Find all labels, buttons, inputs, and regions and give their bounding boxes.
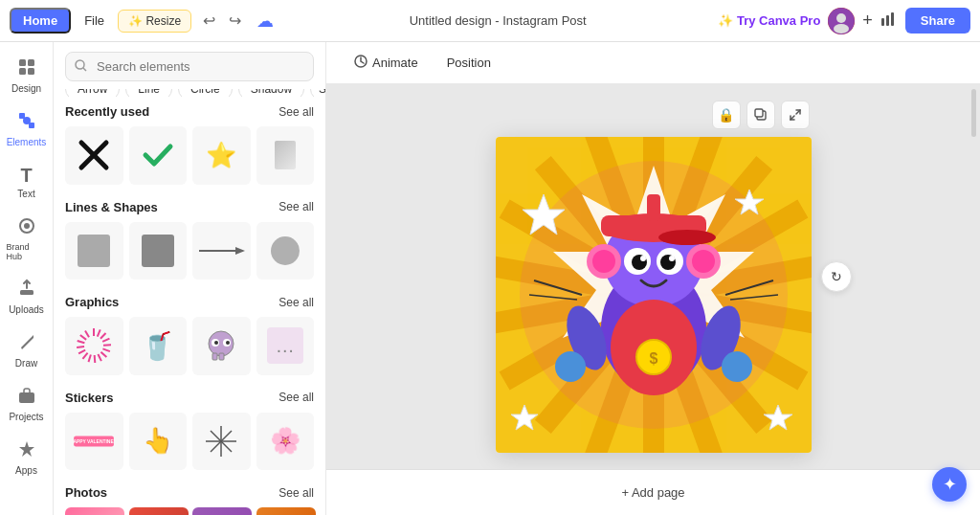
photo-4[interactable] <box>256 507 316 515</box>
stickers-see-all[interactable]: See all <box>278 391 314 404</box>
svg-point-14 <box>24 223 30 229</box>
svg-rect-7 <box>28 59 34 66</box>
resize-button[interactable]: ✨ Resize <box>118 10 191 33</box>
uploads-label: Uploads <box>9 304 44 315</box>
sidebar-item-text[interactable]: T Text <box>3 157 51 207</box>
add-profile-button[interactable]: + <box>862 11 873 31</box>
elements-label: Elements <box>7 137 47 147</box>
lines-shapes-title: Lines & Shapes <box>65 200 158 214</box>
photo-1[interactable] <box>65 507 124 515</box>
svg-point-88 <box>592 250 615 273</box>
recently-used-title: Recently used <box>65 104 149 119</box>
recently-item-check[interactable] <box>129 126 188 185</box>
svg-point-18 <box>76 60 84 69</box>
shape-square-2[interactable] <box>129 222 188 280</box>
search-input[interactable] <box>65 52 314 81</box>
graphic-sunburst[interactable] <box>65 317 123 375</box>
shape-circle[interactable] <box>256 222 315 280</box>
svg-point-1 <box>836 13 846 23</box>
projects-icon <box>17 386 36 410</box>
svg-point-94 <box>722 351 752 382</box>
chip-circle[interactable]: Circle <box>178 89 233 97</box>
photo-2[interactable] <box>129 507 189 515</box>
sidebar-item-design[interactable]: Design <box>3 50 51 101</box>
photos-header: Photos See all <box>65 485 314 500</box>
scroll-indicator <box>971 89 976 137</box>
undo-button[interactable]: ↩ <box>197 8 221 34</box>
canvas-expand-button[interactable] <box>781 101 810 129</box>
sticker-hand[interactable]: 👆 <box>129 413 188 471</box>
draw-icon <box>17 332 36 356</box>
graphic-more[interactable]: … <box>256 317 315 375</box>
avatar[interactable] <box>828 8 855 34</box>
sidebar-item-uploads[interactable]: Uploads <box>3 271 51 323</box>
position-button[interactable]: Position <box>437 50 501 76</box>
photos-section: Photos See all <box>54 478 325 515</box>
svg-rect-4 <box>886 15 889 26</box>
svg-rect-3 <box>881 18 884 26</box>
canvas-lock-button[interactable]: 🔒 <box>712 101 741 129</box>
apps-label: Apps <box>15 465 37 476</box>
svg-line-29 <box>103 349 111 352</box>
sidebar-item-draw[interactable]: Draw <box>3 325 51 376</box>
helper-button[interactable]: ✦ <box>932 467 967 502</box>
redo-button[interactable]: ↪ <box>223 8 247 34</box>
lines-shapes-see-all[interactable]: See all <box>278 200 314 213</box>
content-area: Animate Position 🔒 <box>326 42 980 515</box>
sidebar-item-elements[interactable]: Elements <box>3 103 51 155</box>
svg-point-46 <box>226 341 230 345</box>
shape-line-arrow[interactable] <box>192 222 251 280</box>
recently-used-see-all[interactable]: See all <box>278 105 314 119</box>
recently-item-star[interactable]: ⭐ <box>192 126 251 185</box>
recently-used-grid: ⭐ <box>65 126 314 185</box>
graphics-see-all[interactable]: See all <box>278 296 314 309</box>
recently-item-rect[interactable] <box>256 126 315 185</box>
canvas-copy-button[interactable] <box>746 101 775 129</box>
svg-line-35 <box>78 350 85 354</box>
photos-title: Photos <box>65 485 107 500</box>
chip-shadow[interactable]: Shadow <box>238 89 304 97</box>
graphic-cola[interactable]: 🥤 <box>129 317 188 375</box>
file-tab[interactable]: File <box>77 10 112 32</box>
svg-rect-6 <box>19 59 26 66</box>
sidebar-item-apps[interactable]: Apps <box>3 432 51 483</box>
elements-icon <box>17 111 36 135</box>
canvas-frame[interactable]: $ <box>496 137 812 453</box>
svg-marker-17 <box>19 441 34 457</box>
svg-line-33 <box>89 355 91 363</box>
sidebar-item-projects[interactable]: Projects <box>3 378 51 430</box>
undo-redo-group: ↩ ↪ <box>197 8 247 34</box>
share-button[interactable]: Share <box>905 8 970 34</box>
sticker-valentine[interactable]: HAPPY VALENTINE'S <box>65 413 123 471</box>
photo-3[interactable] <box>192 507 252 515</box>
chip-more[interactable]: Squa... <box>310 89 325 97</box>
graphic-skull[interactable] <box>192 317 251 375</box>
svg-point-45 <box>214 341 218 345</box>
animate-button[interactable]: Animate <box>342 48 430 78</box>
sticker-flower[interactable]: 🌸 <box>256 413 315 471</box>
recently-item-x[interactable] <box>65 126 123 185</box>
chip-line[interactable]: Line <box>125 89 172 97</box>
chip-arrow[interactable]: Arrow <box>65 89 120 97</box>
svg-line-38 <box>80 335 86 340</box>
add-page-button[interactable]: + Add page <box>621 485 684 500</box>
stickers-title: Stickers <box>65 391 114 405</box>
cloud-save-button[interactable]: ☁ <box>253 7 278 35</box>
stickers-header: Stickers See all <box>65 391 314 405</box>
design-icon <box>17 57 36 81</box>
photos-see-all[interactable]: See all <box>278 486 314 500</box>
shape-square-1[interactable] <box>65 222 123 280</box>
home-tab[interactable]: Home <box>10 8 71 34</box>
svg-rect-55 <box>755 109 763 117</box>
analytics-button[interactable] <box>880 11 898 32</box>
graphics-header: Graphics See all <box>65 295 314 309</box>
try-canva-button[interactable]: ✨ Try Canva Pro <box>718 13 820 28</box>
graphics-grid: 🥤 … <box>65 317 314 375</box>
sidebar-item-brand[interactable]: Brand Hub <box>3 209 51 269</box>
svg-point-86 <box>669 256 675 261</box>
svg-rect-79 <box>647 194 660 221</box>
canvas-right-controls: ↻ <box>821 261 852 292</box>
canvas-refresh-button[interactable]: ↻ <box>821 261 852 292</box>
sticker-spark[interactable] <box>192 413 251 471</box>
svg-line-27 <box>102 339 109 342</box>
